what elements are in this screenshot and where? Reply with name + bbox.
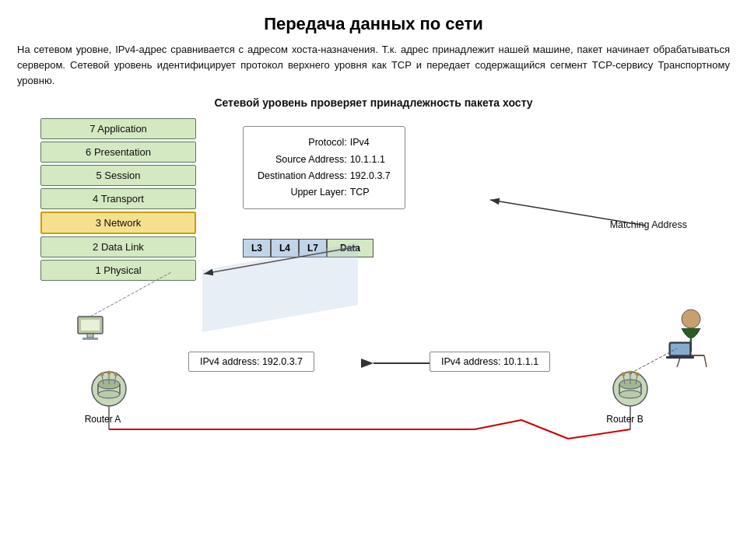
- matching-address-label: Matching Address: [610, 219, 687, 230]
- dest-label: Destination Address:: [258, 168, 350, 184]
- svg-point-21: [100, 373, 104, 376]
- router-b-label: Router B: [605, 414, 645, 425]
- subtitle-text: Сетевой уровень проверяет принадлежность…: [17, 96, 730, 109]
- upper-label: Upper Layer:: [258, 184, 350, 201]
- segment-data: Data: [327, 239, 374, 257]
- svg-point-12: [92, 372, 126, 406]
- svg-point-25: [619, 380, 641, 389]
- svg-point-23: [114, 373, 118, 376]
- svg-line-20: [114, 375, 116, 384]
- svg-rect-45: [669, 342, 691, 356]
- svg-line-32: [636, 375, 637, 384]
- osi-layer-2: 2 Data Link: [40, 236, 196, 257]
- svg-point-33: [622, 373, 626, 376]
- svg-point-17: [98, 390, 120, 398]
- svg-line-9: [568, 429, 630, 439]
- description-text: На сетевом уровне, IPv4-адрес сравнивает…: [17, 42, 730, 89]
- segment-l7: L7: [299, 239, 327, 257]
- router-a-label: Router A: [83, 414, 122, 425]
- osi-layer-3: 3 Network: [40, 212, 196, 234]
- ip-box-left: IPv4 address: 192.0.3.7: [188, 352, 314, 372]
- svg-line-8: [521, 420, 568, 439]
- osi-layer-7: 7 Application: [40, 118, 196, 139]
- svg-rect-46: [671, 344, 689, 355]
- osi-layer-6: 6 Presentation: [40, 142, 196, 163]
- osi-layer-1: 1 Physical: [40, 260, 196, 281]
- svg-rect-37: [81, 320, 100, 331]
- svg-line-30: [623, 375, 625, 384]
- segment-l4: L4: [271, 239, 299, 257]
- osi-layer-4: 4 Transport: [40, 188, 196, 209]
- protocol-label: Protocol:: [258, 135, 350, 151]
- svg-line-48: [630, 348, 677, 373]
- ip-box-right: IPv4 address: 10.1.1.1: [430, 352, 550, 372]
- svg-line-43: [677, 355, 681, 367]
- svg-point-35: [636, 373, 640, 376]
- packet-info-box: Protocol: IPv4 Source Address: 10.1.1.1 …: [243, 126, 405, 209]
- svg-rect-39: [82, 338, 98, 340]
- svg-point-34: [629, 371, 633, 375]
- svg-point-22: [107, 371, 111, 375]
- svg-rect-36: [78, 317, 103, 334]
- svg-point-13: [98, 380, 120, 389]
- page-title: Передача данных по сети: [17, 14, 730, 34]
- diagram-area: 7 Application6 Presentation5 Session4 Tr…: [17, 118, 730, 453]
- svg-rect-47: [666, 356, 694, 359]
- segment-l3: L3: [243, 239, 271, 257]
- source-value: 10.1.1.1: [350, 152, 391, 168]
- upper-value: TCP: [350, 184, 391, 201]
- svg-line-7: [475, 420, 521, 429]
- svg-line-18: [102, 375, 103, 384]
- segment-bar: L3 L4 L7 Data: [243, 239, 374, 257]
- svg-point-24: [613, 372, 647, 406]
- svg-rect-38: [87, 334, 93, 338]
- page: Передача данных по сети На сетевом уровн…: [0, 0, 747, 560]
- dest-value: 192.0.3.7: [350, 168, 391, 184]
- svg-line-44: [704, 355, 707, 367]
- osi-stack: 7 Application6 Presentation5 Session4 Tr…: [40, 118, 196, 283]
- protocol-value: IPv4: [350, 135, 391, 151]
- osi-layer-5: 5 Session: [40, 165, 196, 186]
- svg-point-41: [682, 310, 700, 328]
- svg-point-29: [619, 390, 641, 398]
- source-label: Source Address:: [258, 152, 350, 168]
